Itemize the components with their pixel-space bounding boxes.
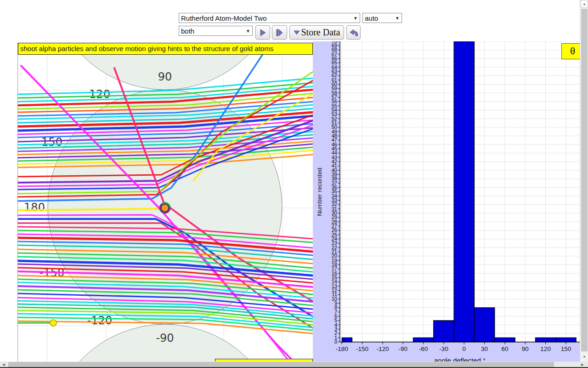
angle-grid-label: 90	[158, 70, 172, 83]
angle-grid-label: -120	[87, 314, 112, 327]
alpha-particle	[50, 320, 57, 326]
step-button[interactable]	[272, 25, 287, 40]
triangle-down-icon	[294, 30, 300, 35]
simulation-panel: shoot alpha particles and observe motion…	[17, 43, 313, 362]
play-icon	[260, 29, 266, 36]
x-tick-label: 90	[522, 345, 529, 352]
histogram-bar	[474, 308, 494, 342]
x-tick-label: -30	[439, 345, 448, 352]
instruction-banner: shoot alpha particles and observe motion…	[18, 43, 313, 55]
x-tick-label: 120	[540, 345, 551, 352]
simulation-canvas[interactable]: 90120150180-150-120-90	[18, 55, 313, 362]
histogram-bar	[495, 338, 515, 342]
horizontal-scrollbar-thumb[interactable]	[8, 362, 554, 367]
store-data-label: Store Data	[301, 27, 340, 38]
x-tick-label: -120	[376, 345, 389, 352]
chevron-down-icon: ▼	[353, 16, 358, 21]
scroll-down-icon[interactable]: ▼	[581, 352, 588, 361]
x-tick-label: 150	[561, 345, 571, 352]
x-tick-label: -60	[419, 345, 428, 352]
model-select-value: Rutherford Atom-Model Two	[181, 14, 266, 22]
angle-grid-label: -90	[156, 332, 174, 345]
x-tick-label: 60	[501, 345, 508, 352]
step-forward-icon	[276, 29, 283, 36]
x-tick-label: 0	[463, 345, 466, 352]
histogram-panel: 0123456789101112131415161718192021222324…	[313, 41, 580, 362]
vertical-scrollbar-thumb[interactable]	[581, 9, 588, 351]
x-tick-label: 30	[481, 345, 488, 352]
x-tick-label: -90	[399, 345, 408, 352]
display-select-value: both	[181, 27, 194, 35]
vertical-scrollbar[interactable]: ▲ ▼	[580, 0, 588, 362]
x-axis-label: angle deflected °	[434, 356, 486, 362]
chevron-down-icon: ▼	[246, 29, 250, 34]
auto-select[interactable]: auto ▼	[362, 13, 402, 23]
histogram-bar	[454, 41, 474, 342]
chevron-down-icon: ▼	[395, 16, 400, 21]
reset-button[interactable]	[346, 25, 361, 40]
histogram-bar	[434, 321, 454, 342]
display-select[interactable]: both ▼	[179, 26, 253, 36]
play-button[interactable]	[255, 25, 270, 40]
histogram-bar	[556, 338, 576, 342]
x-tick-label: -150	[356, 345, 368, 352]
x-tick-label: -180	[336, 345, 348, 352]
angle-grid-label: 180	[24, 201, 45, 214]
histogram-plot: 0123456789101112131415161718192021222324…	[313, 41, 580, 362]
model-select[interactable]: Rutherford Atom-Model Two ▼	[179, 13, 360, 23]
auto-select-value: auto	[365, 14, 378, 22]
histogram-bar	[535, 338, 555, 342]
histogram-bar	[413, 338, 433, 342]
y-axis-label: Number recorded	[316, 167, 323, 216]
scroll-up-icon[interactable]: ▲	[581, 0, 588, 8]
svg-text:70: 70	[332, 41, 337, 44]
undo-arrow-icon	[349, 29, 359, 37]
nucleus	[161, 204, 169, 212]
store-data-button[interactable]: Store Data	[289, 25, 344, 40]
histogram-bar	[342, 338, 352, 342]
